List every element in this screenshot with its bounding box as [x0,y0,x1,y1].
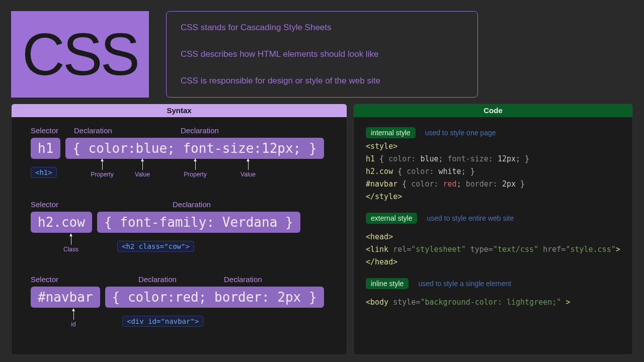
selector-chip: h2.cow [31,212,92,233]
syntax-row: Selector Declaration Declaration h1 { co… [31,126,331,178]
code-body: internal style used to style one page <s… [354,117,632,320]
arrow-up-icon: Value [228,159,268,178]
selector-chip: h1 [31,138,60,159]
selector-chip: #navbar [31,287,100,308]
syntax-panel: Syntax Selector Declaration Declaration … [11,104,347,355]
label-declaration: Declaration [74,126,181,135]
intro-line: CSS describes how HTML elements should l… [181,49,463,59]
css-logo-text: CSS [22,20,138,88]
inline-style-desc: used to style a single element [418,280,511,288]
syntax-panel-title: Syntax [12,104,347,117]
external-style-badge: external style [366,213,417,224]
label-selector: Selector [31,126,74,135]
code-body-line: <body style="background-color: lightgree… [366,298,620,307]
declaration-chip: { font-family: Verdana } [97,212,300,233]
syntax-row: Selector Declaration Declaration #navbar… [31,275,331,328]
code-line: h1 { color: blue; font-size: 12px; } [366,154,620,163]
arrow-up-icon: Class [56,234,86,253]
label-declaration: Declaration [224,275,262,284]
arrow-up-icon: Property [163,159,228,178]
html-tag: <h2 class="cow"> [117,241,194,252]
label-selector: Selector [31,275,108,284]
arrow-up-icon: Property [82,159,122,178]
declaration-chip: { color:blue; font-size:12px; } [65,138,324,159]
inline-style-badge: inline style [366,278,409,289]
code-panel-title: Code [354,104,632,117]
code-head-close: </head> [366,257,397,266]
declaration-chip: { color:red; border: 2px } [105,287,324,308]
code-line: h2.cow { color: white; } [366,167,620,176]
internal-style-desc: used to style one page [425,129,496,137]
arrow-up-icon: Value [122,159,163,178]
label-declaration: Declaration [173,200,259,209]
arrow-up-icon: id [61,309,86,328]
intro-box: CSS stands for Cascading Style Sheets CS… [166,11,478,98]
code-panel: Code internal style used to style one pa… [353,104,633,355]
intro-line: CSS stands for Cascading Style Sheets [181,23,463,33]
label-declaration: Declaration [181,126,219,135]
code-line: #navbar { color: red; border: 2px } [366,179,620,189]
code-style-open: <style> [366,142,397,151]
css-logo: CSS [11,11,149,98]
syntax-row: Selector Declaration h2.cow { font-famil… [31,200,331,253]
code-link-line: <link rel="stylesheet" type="text/css" h… [366,245,620,254]
external-style-desc: used to style entire web site [427,214,514,222]
html-tag: <h1> [31,167,57,178]
label-declaration: Declaration [138,275,224,284]
code-style-close: </style> [366,192,402,201]
internal-style-badge: internal style [366,127,416,138]
code-head-open: <head> [366,232,393,241]
intro-line: CSS is responsible for design or style o… [181,76,463,86]
html-tag: <div id="navbar"> [122,316,203,327]
label-selector: Selector [31,200,108,209]
